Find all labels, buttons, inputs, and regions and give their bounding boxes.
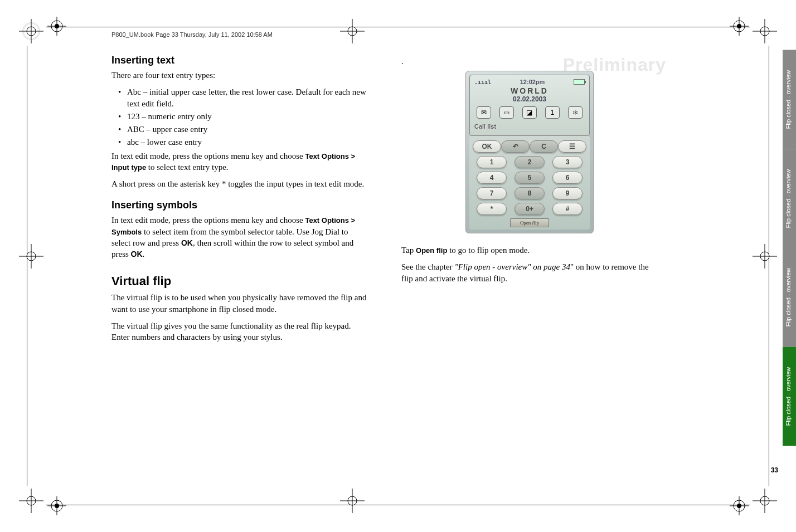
key-3[interactable]: 3	[552, 156, 583, 168]
book-icon[interactable]: ▭	[499, 106, 514, 119]
key-clear[interactable]: C	[530, 140, 558, 153]
key-9[interactable]: 9	[552, 187, 583, 199]
phone-keypad: OK ↶ C ☰ 1 2 3 4 5 6	[469, 136, 590, 230]
watermark: Preliminary	[563, 55, 666, 75]
registration-mark	[19, 19, 43, 43]
body-text: See the chapter "Flip open - overview" o…	[401, 261, 658, 284]
side-tab-active: Flip closed - overview	[783, 347, 796, 446]
signal-icon: .ıııl	[474, 79, 491, 85]
phone-figure: .ıııl 12:02pm WORLD 02.02.2003 ✉ ▭ ◪ 1 ፨…	[465, 71, 594, 233]
svg-point-3	[22, 22, 40, 40]
registration-mark	[19, 489, 43, 513]
heading-inserting-symbols: Inserting symbols	[111, 199, 368, 211]
mail-icon[interactable]: ✉	[477, 106, 491, 119]
crop-line-bottom	[46, 505, 750, 505]
registration-mark	[19, 244, 43, 269]
target-icon	[730, 496, 749, 515]
body-text: The virtual flip is to be used when you …	[111, 292, 368, 315]
key-8[interactable]: 8	[515, 187, 545, 199]
notes-icon[interactable]: ◪	[522, 106, 537, 119]
side-tabs: Flip closed - overview Flip closed - ove…	[783, 50, 796, 446]
heading-virtual-flip: Virtual flip	[111, 274, 368, 289]
body-text: The virtual flip gives you the same func…	[111, 320, 368, 343]
key-6[interactable]: 6	[552, 172, 583, 184]
target-icon	[730, 17, 749, 36]
registration-mark	[753, 19, 777, 43]
registration-mark	[753, 244, 777, 269]
target-icon	[47, 17, 66, 36]
phone-time: 12:02pm	[520, 79, 545, 85]
key-2[interactable]: 2	[515, 156, 545, 168]
key-star[interactable]: *	[477, 203, 507, 215]
phone-title: WORLD	[472, 86, 587, 95]
key-hash[interactable]: #	[552, 203, 583, 215]
key-back[interactable]: ↶	[501, 140, 530, 153]
call-list-label: Call list	[472, 122, 587, 131]
left-column: Inserting text There are four text entry…	[111, 55, 368, 348]
page-number: 33	[771, 466, 778, 474]
key-0[interactable]: 0+	[515, 203, 545, 215]
key-5[interactable]: 5	[515, 172, 545, 184]
body-text: Tap Open flip to go to flip open mode.	[401, 245, 658, 256]
side-tab: Flip closed - overview	[783, 248, 796, 347]
phone-date: 02.02.2003	[472, 95, 587, 103]
open-flip-button[interactable]: Open flip	[510, 218, 549, 227]
body-text: In text edit mode, press the options men…	[111, 214, 368, 260]
crop-line-top	[46, 27, 750, 27]
side-tab: Flip closed - overview	[783, 50, 796, 149]
registration-mark	[753, 489, 777, 513]
registration-mark	[340, 489, 365, 513]
key-menu[interactable]: ☰	[558, 140, 586, 153]
key-7[interactable]: 7	[477, 187, 507, 199]
key-4[interactable]: 4	[477, 172, 507, 184]
body-text: There are four text entry types:	[111, 70, 368, 81]
key-ok[interactable]: OK	[473, 140, 501, 153]
list-item: Abc – initial upper case letter, the res…	[116, 86, 368, 109]
list-item: 123 – numeric entry only	[116, 111, 368, 122]
heading-inserting-text: Inserting text	[111, 55, 368, 66]
phone-screen: .ıııl 12:02pm WORLD 02.02.2003 ✉ ▭ ◪ 1 ፨…	[469, 75, 590, 136]
side-tab: Flip closed - overview	[783, 149, 796, 248]
battery-icon	[574, 79, 585, 85]
list-item: ABC – upper case entry	[116, 124, 368, 135]
entry-types-list: Abc – initial upper case letter, the res…	[116, 86, 368, 148]
body-text: In text edit mode, press the options men…	[111, 150, 368, 173]
list-item: abc – lower case entry	[116, 136, 368, 148]
key-1[interactable]: 1	[477, 156, 507, 168]
apps-icon[interactable]: ፨	[568, 106, 583, 119]
target-icon	[47, 496, 66, 515]
body-text: A short press on the asterisk key * togg…	[111, 178, 368, 189]
calendar-icon[interactable]: 1	[545, 106, 560, 119]
page-header: P800_UM.book Page 33 Thursday, July 11, …	[111, 31, 663, 38]
right-column: . .ıııl 12:02pm WORLD 02.02.2003 ✉ ▭ ◪ 1	[401, 55, 658, 348]
phone-icon-row: ✉ ▭ ◪ 1 ፨	[472, 106, 587, 119]
